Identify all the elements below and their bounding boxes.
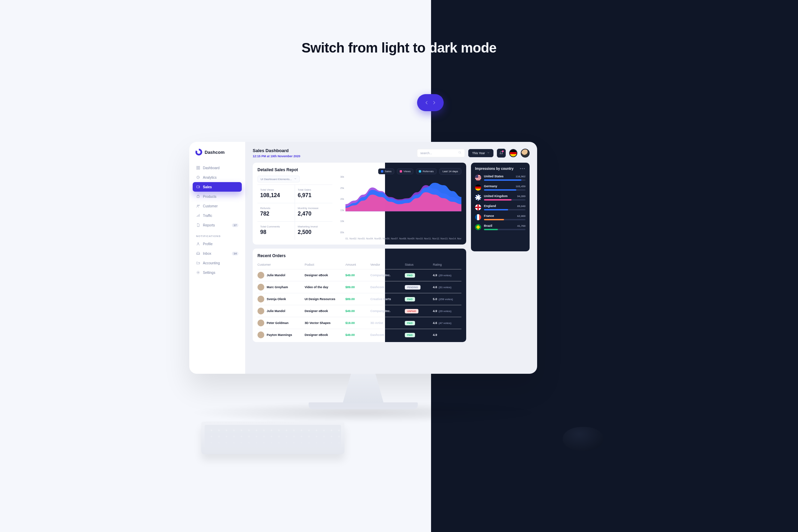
country-value: 89,040	[517, 205, 526, 208]
brand[interactable]: Dashcom	[193, 149, 242, 163]
stat-total-views: Total Views108,124	[257, 184, 295, 203]
cell-customer: Julie Mandol	[257, 272, 302, 279]
sidebar-item-label: Profile	[203, 242, 212, 246]
sidebar-item-label: Dashboard	[203, 166, 220, 170]
y-tick: 05k	[337, 231, 344, 234]
grid-icon	[196, 166, 200, 170]
chart-y-axis: 30k25k20k15k10k05k	[337, 176, 344, 234]
chart-range-button[interactable]: Last 14 days	[439, 168, 461, 175]
sidebar-item-dashboard[interactable]: Dashboard	[193, 163, 242, 173]
notifications-button[interactable]	[497, 149, 506, 158]
customer-name: Julie Mandol	[267, 274, 285, 277]
cell-rating: 4.9	[433, 333, 461, 337]
customer-name: Payton Mannings	[267, 333, 292, 337]
range-label: This Year	[472, 151, 485, 155]
table-row[interactable]: Payton ManningsDesigner eBook$49.00Dashc…	[257, 329, 461, 341]
y-tick: 10k	[337, 220, 344, 222]
y-tick: 25k	[337, 187, 344, 189]
table-row[interactable]: Marc GreyhamVideo of the day$89.00Dashco…	[257, 281, 461, 293]
avatar[interactable]	[521, 149, 530, 158]
flag-icon	[475, 214, 481, 220]
cell-amount: $49.00	[345, 274, 368, 277]
sidebar-item-label: Customer	[203, 204, 218, 208]
sidebar-item-label: Products	[203, 195, 216, 198]
progress-bar	[484, 229, 526, 230]
locale-flag-icon[interactable]	[509, 149, 517, 157]
cell-vendor: 3D Artist	[370, 321, 402, 325]
svg-point-6	[199, 187, 200, 187]
x-tick: 10. Nov	[420, 237, 428, 240]
table-row[interactable]: Julie MandolDesigner eBook$49.00Company …	[257, 305, 461, 317]
x-tick: 01. Nov	[345, 237, 354, 240]
cell-product: Designer eBook	[305, 309, 343, 313]
country-value: 94,399	[517, 195, 526, 198]
sidebar-item-sales[interactable]: Sales	[193, 182, 242, 192]
sidebar-item-products[interactable]: Products	[193, 192, 242, 201]
sidebar-item-traffic[interactable]: Traffic	[193, 211, 242, 220]
sidebar-item-profile[interactable]: Profile	[193, 239, 242, 249]
progress-bar	[484, 219, 526, 220]
more-icon[interactable]: •••	[520, 167, 526, 171]
sidebar-item-customer[interactable]: Customer	[193, 201, 242, 211]
svg-point-11	[459, 151, 461, 153]
x-tick: 07. Nov	[395, 237, 403, 240]
right-column: Impressions by country ••• United States…	[471, 163, 530, 368]
orders-col-header: Rating	[433, 263, 461, 266]
avatar	[257, 296, 264, 302]
sidebar-item-settings[interactable]: Settings	[193, 268, 242, 277]
cell-customer: Julie Mandol	[257, 308, 302, 314]
table-row[interactable]: Peter Goldman3D Vector Shapes$19.003D Ar…	[257, 317, 461, 329]
svg-point-9	[198, 243, 199, 244]
product-dropdown[interactable]: UI Dashboard Elements...	[257, 176, 300, 182]
table-row[interactable]: Svenja OlenkUI Design Resources$89.00Cre…	[257, 293, 461, 305]
dropdown-label: UI Dashboard Elements...	[261, 178, 292, 181]
search-input[interactable]: search...	[417, 149, 465, 157]
country-body: England89,040	[484, 204, 526, 210]
progress-fill	[484, 189, 516, 191]
progress-bar	[484, 179, 526, 181]
svg-rect-2	[197, 168, 198, 169]
cell-status: PAID	[405, 273, 430, 278]
progress-fill	[484, 219, 504, 220]
card-title: Detailed Sales Repot	[257, 167, 298, 172]
chart: Sales Views Referrals Last 14 days 30k25…	[337, 170, 461, 240]
country-body: Brazil41,700	[484, 224, 526, 230]
x-tick: 09. Nov	[412, 237, 420, 240]
search-icon	[458, 151, 462, 155]
sidebar-item-label: Inbox	[203, 252, 211, 255]
country-row[interactable]: United Kingdom94,399	[475, 194, 526, 201]
cell-customer: Payton Mannings	[257, 331, 302, 338]
country-name: Brazil	[484, 224, 492, 227]
legend-views[interactable]: Views	[397, 168, 413, 174]
table-row[interactable]: Julie MandolDesigner eBook$49.00Company …	[257, 269, 461, 281]
country-row[interactable]: France62,000	[475, 214, 526, 220]
cell-status: UNPAID	[405, 309, 430, 313]
brand-name: Dashcom	[205, 150, 225, 155]
orders-col-header: Poduct	[305, 263, 343, 266]
svg-point-8	[198, 205, 200, 206]
x-tick: 14. Nov	[453, 237, 461, 240]
cell-rating: 4.6 (47 votes)	[433, 321, 461, 325]
country-row[interactable]: Brazil41,700	[475, 224, 526, 230]
y-tick: 30k	[337, 176, 344, 178]
country-row[interactable]: United States116,902	[475, 175, 526, 181]
sidebar-item-reports[interactable]: Reports 17	[193, 220, 242, 230]
svg-point-7	[197, 205, 198, 206]
country-name: United States	[484, 175, 504, 178]
theme-slider-handle[interactable]	[417, 94, 444, 111]
sidebar-item-inbox[interactable]: Inbox 14	[193, 249, 242, 258]
cell-customer: Svenja Olenk	[257, 296, 302, 302]
chart-legend: Sales Views Referrals Last 14 days	[378, 168, 461, 175]
country-name: Germany	[484, 184, 497, 188]
sidebar-item-accounting[interactable]: Accounting	[193, 258, 242, 268]
country-row[interactable]: Germany103,459	[475, 184, 526, 191]
sidebar-item-analytics[interactable]: Analytics	[193, 173, 242, 182]
country-row[interactable]: England89,040	[475, 204, 526, 210]
legend-referrals[interactable]: Referrals	[416, 168, 436, 174]
gear-icon	[196, 270, 200, 275]
legend-sales[interactable]: Sales	[378, 168, 394, 174]
avatar	[257, 284, 264, 291]
status-badge: PAID	[405, 297, 415, 301]
y-tick: 15k	[337, 209, 344, 211]
range-select[interactable]: This Year	[468, 149, 493, 157]
